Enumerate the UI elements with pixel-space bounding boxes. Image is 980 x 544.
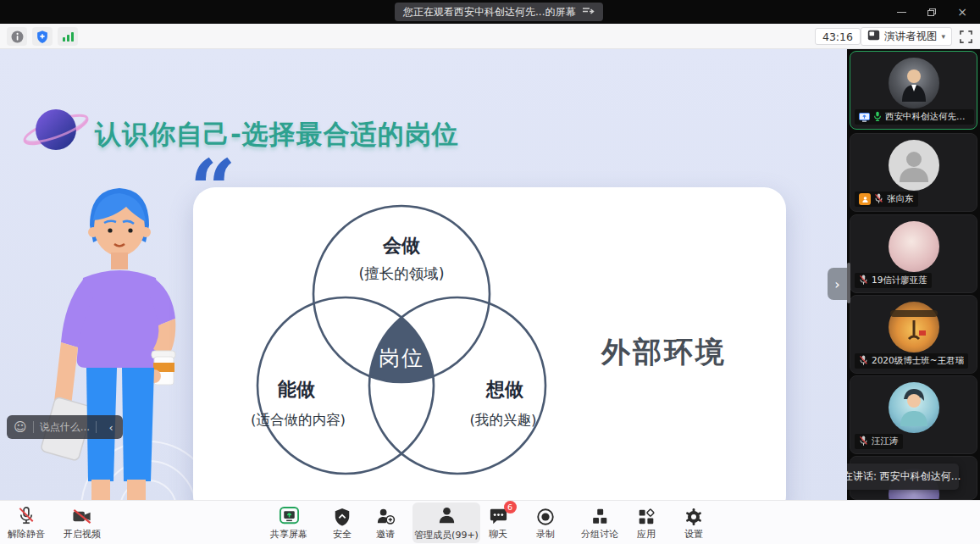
mic-muted-icon: [16, 505, 36, 527]
layout-view-icon: [867, 30, 880, 43]
window-controls: ×: [890, 0, 973, 24]
presenter-character-illustration: [39, 175, 200, 500]
bottom-toolbar: 解除静音 开启视频 共享屏幕 安全 邀请: [0, 500, 980, 544]
venn-right-sub: (我的兴趣): [470, 412, 537, 428]
meeting-duration: 43:16: [815, 28, 861, 45]
venn-top-sub: (擅长的领域): [358, 265, 444, 282]
member-badge-icon: [859, 193, 871, 205]
avatar-placeholder: [889, 140, 939, 191]
record-icon: [535, 505, 556, 527]
avatar: [889, 302, 939, 352]
participant-tile[interactable]: 张向东: [850, 133, 977, 212]
slide-content-card: 会做 (擅长的领域) 能做 (适合做的内容) 想做 (我的兴趣) 岗位 外部环境: [193, 187, 786, 500]
avatar: [889, 382, 939, 433]
participant-tile[interactable]: 2020级博士班~王君瑞: [850, 295, 977, 374]
planet-icon: [17, 98, 95, 164]
chat-input-placeholder[interactable]: 说点什么...: [40, 420, 90, 435]
mic-muted-icon: [859, 273, 868, 289]
person-icon: [436, 504, 457, 526]
participant-name: 19信计廖亚莲: [872, 275, 927, 286]
participant-tile-host[interactable]: 西安中科创达何先生...: [850, 51, 977, 130]
breakout-rooms-button[interactable]: 分组讨论: [576, 503, 623, 542]
venn-left-label: 能做: [277, 379, 316, 400]
quick-chat-bar: ☺ 说点什么... ‹: [7, 415, 123, 439]
participants-sidebar: 西安中科创达何先生... 张向东: [847, 49, 980, 500]
breakout-blocks-icon: [590, 505, 610, 527]
chevron-down-icon: ▾: [941, 32, 945, 41]
start-video-button[interactable]: 开启视频: [61, 503, 103, 542]
venn-left-sub: (适合做的内容): [251, 412, 346, 428]
titlebar: 您正在观看西安中科创达何先...的屏幕 ×: [0, 0, 980, 24]
shield-icon: [333, 505, 352, 527]
shared-screen-slide: 认识你自己-选择最合适的岗位: [0, 49, 847, 500]
chat-button[interactable]: 6 聊天: [481, 503, 515, 542]
settings-button[interactable]: 设置: [675, 503, 712, 542]
meeting-info-icon[interactable]: [7, 27, 27, 46]
chat-bubble-icon: 6: [488, 505, 509, 527]
close-button[interactable]: ×: [951, 3, 973, 21]
apps-button[interactable]: 应用: [629, 503, 663, 542]
mic-muted-icon: [859, 353, 868, 369]
security-button[interactable]: 安全: [325, 503, 359, 542]
divider: [96, 421, 97, 433]
view-mode-selector[interactable]: 演讲者视图 ▾: [861, 27, 952, 46]
fullscreen-button[interactable]: [958, 29, 973, 44]
mic-muted-icon: [859, 434, 868, 450]
speaking-toast: 正在讲话: 西安中科创达何...: [847, 464, 959, 490]
venn-right-label: 想做: [485, 379, 524, 400]
mic-muted-icon: [874, 192, 883, 208]
statusbar: 43:16 演讲者视图 ▾: [0, 24, 980, 49]
participant-name: 2020级博士班~王君瑞: [872, 355, 964, 367]
venn-diagram: 会做 (擅长的领域) 能做 (适合做的内容) 想做 (我的兴趣) 岗位: [234, 203, 569, 491]
main-area: 认识你自己-选择最合适的岗位: [0, 49, 980, 500]
share-screen-button[interactable]: 共享屏幕: [266, 503, 312, 542]
participant-tile[interactable]: 汪江涛: [850, 375, 977, 454]
screen-sharing-icon: [859, 109, 870, 125]
restore-button[interactable]: [921, 3, 943, 21]
participant-name: 汪江涛: [872, 436, 899, 447]
view-mode-label: 演讲者视图: [884, 30, 938, 44]
watching-text: 您正在观看西安中科创达何先...的屏幕: [403, 5, 575, 19]
participant-name: 张向东: [887, 193, 914, 205]
unmute-button[interactable]: 解除静音: [5, 503, 47, 542]
slide-title: 认识你自己-选择最合适的岗位: [95, 117, 459, 153]
quote-mark: “: [190, 149, 236, 230]
gear-icon: [684, 505, 704, 527]
emoji-icon[interactable]: ☺: [14, 419, 27, 435]
venn-top-label: 会做: [382, 235, 421, 256]
mic-on-icon: [873, 109, 882, 125]
apps-grid-icon: [636, 505, 656, 527]
avatar: [889, 221, 939, 272]
share-screen-icon: [279, 505, 300, 527]
invite-button[interactable]: 邀请: [367, 503, 404, 542]
camera-off-icon: [71, 505, 93, 527]
avatar: [889, 58, 939, 108]
participant-name: 西安中科创达何先生...: [885, 111, 970, 123]
venn-center-label: 岗位: [379, 346, 424, 370]
meeting-window: 您正在观看西安中科创达何先...的屏幕 × 43:16 演讲者视图 ▾: [0, 0, 980, 544]
invite-person-icon: [375, 505, 396, 527]
record-button[interactable]: 录制: [526, 503, 565, 542]
chat-unread-badge: 6: [504, 501, 517, 513]
speaking-toast-text: 正在讲话: 西安中科创达何...: [847, 469, 961, 484]
minimize-button[interactable]: [890, 3, 912, 21]
switch-screen-icon[interactable]: [582, 6, 595, 19]
sidebar-scrollbar[interactable]: [847, 263, 850, 303]
collapse-chat-icon[interactable]: ‹: [102, 418, 119, 436]
network-signal-icon[interactable]: [58, 27, 78, 46]
divider: [33, 421, 34, 433]
sidebar-expand-handle[interactable]: ›: [828, 268, 847, 300]
participant-tile[interactable]: 19信计廖亚莲: [850, 214, 977, 293]
manage-members-button[interactable]: 管理成员(99+): [412, 502, 480, 543]
security-shield-icon[interactable]: [32, 27, 53, 46]
watching-banner: 您正在观看西安中科创达何先...的屏幕: [395, 3, 603, 21]
external-environment-label: 外部环境: [601, 333, 727, 372]
